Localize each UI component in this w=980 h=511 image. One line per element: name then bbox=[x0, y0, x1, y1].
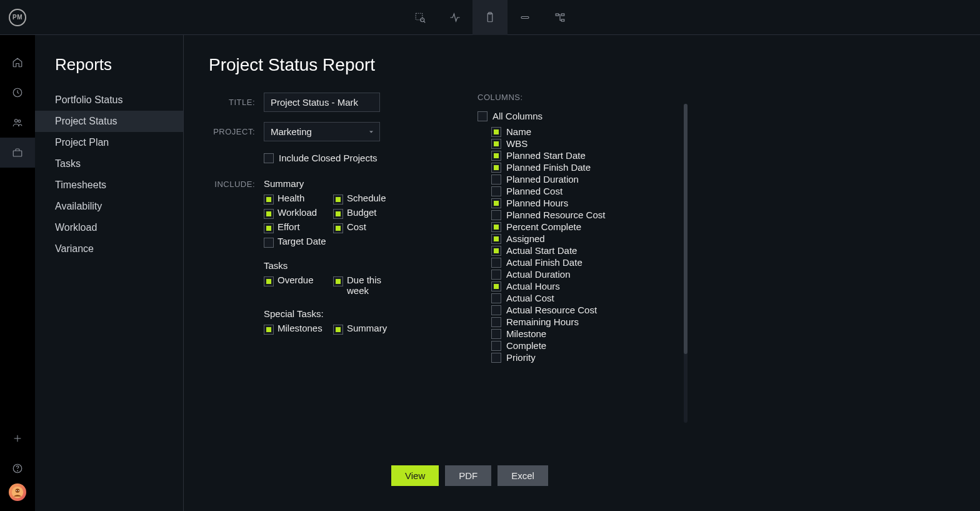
report-item-variance[interactable]: Variance bbox=[35, 238, 183, 260]
avatar[interactable] bbox=[9, 483, 26, 501]
excel-button[interactable]: Excel bbox=[498, 465, 548, 486]
column-checkbox-milestone[interactable] bbox=[491, 329, 501, 339]
column-checkbox-planned-cost[interactable] bbox=[491, 186, 501, 196]
column-checkbox-planned-start-date[interactable] bbox=[491, 151, 501, 161]
summary-label: Health bbox=[278, 193, 304, 203]
special-checkbox-milestones[interactable] bbox=[264, 325, 274, 335]
svg-rect-6 bbox=[556, 14, 559, 16]
column-label: Planned Cost bbox=[506, 186, 562, 196]
column-label: Actual Hours bbox=[506, 281, 560, 291]
reports-icon[interactable] bbox=[472, 0, 508, 35]
column-label: Name bbox=[506, 126, 531, 137]
column-label: Actual Start Date bbox=[506, 245, 577, 256]
column-checkbox-actual-duration[interactable] bbox=[491, 270, 501, 280]
column-label: Priority bbox=[506, 352, 536, 363]
column-checkbox-actual-finish-date[interactable] bbox=[491, 258, 501, 268]
tasks-checkbox-due-this-week[interactable] bbox=[333, 276, 343, 286]
svg-point-10 bbox=[15, 119, 18, 123]
help-icon[interactable] bbox=[0, 453, 35, 483]
home-icon[interactable] bbox=[0, 48, 35, 78]
report-item-workload[interactable]: Workload bbox=[35, 217, 183, 238]
column-checkbox-complete[interactable] bbox=[491, 341, 501, 351]
special-checkbox-summary[interactable] bbox=[333, 325, 343, 335]
add-icon[interactable] bbox=[0, 423, 35, 453]
summary-checkbox-workload[interactable] bbox=[264, 209, 274, 219]
topbar-tabs bbox=[35, 0, 945, 35]
logo: PM bbox=[0, 9, 35, 26]
column-label: Remaining Hours bbox=[506, 316, 579, 327]
tasks-label: Overdue bbox=[278, 275, 314, 285]
summary-checkbox-health[interactable] bbox=[264, 195, 274, 205]
view-button[interactable]: View bbox=[391, 465, 439, 486]
summary-checkbox-target-date[interactable] bbox=[264, 238, 274, 248]
column-label: Planned Start Date bbox=[506, 150, 586, 161]
summary-checkbox-effort[interactable] bbox=[264, 223, 274, 233]
report-item-timesheets[interactable]: Timesheets bbox=[35, 175, 183, 196]
scrollbar[interactable] bbox=[684, 104, 688, 423]
column-checkbox-name[interactable] bbox=[491, 127, 501, 137]
column-checkbox-remaining-hours[interactable] bbox=[491, 317, 501, 327]
project-label: PROJECT: bbox=[209, 127, 264, 136]
summary-checkbox-cost[interactable] bbox=[333, 223, 343, 233]
link-icon[interactable] bbox=[508, 0, 542, 35]
column-label: Percent Complete bbox=[506, 221, 581, 232]
tasks-heading: Tasks bbox=[264, 260, 396, 271]
column-checkbox-planned-resource-cost[interactable] bbox=[491, 210, 501, 220]
column-checkbox-planned-duration[interactable] bbox=[491, 175, 501, 185]
summary-checkbox-schedule[interactable] bbox=[333, 195, 343, 205]
flow-icon[interactable] bbox=[542, 0, 578, 35]
column-checkbox-assigned[interactable] bbox=[491, 234, 501, 244]
topbar: PM bbox=[0, 0, 980, 35]
column-checkbox-planned-hours[interactable] bbox=[491, 198, 501, 208]
report-item-project-status[interactable]: Project Status bbox=[35, 111, 183, 132]
time-icon[interactable] bbox=[0, 78, 35, 108]
include-closed-checkbox[interactable] bbox=[264, 153, 274, 163]
summary-checkbox-budget[interactable] bbox=[333, 209, 343, 219]
column-checkbox-actual-start-date[interactable] bbox=[491, 246, 501, 256]
overview-icon[interactable] bbox=[402, 0, 438, 35]
report-item-project-plan[interactable]: Project Plan bbox=[35, 132, 183, 153]
column-checkbox-planned-finish-date[interactable] bbox=[491, 163, 501, 173]
briefcase-icon[interactable] bbox=[0, 138, 35, 168]
svg-point-19 bbox=[16, 490, 18, 492]
main: Project Status Report TITLE: PROJECT: bbox=[184, 35, 980, 511]
summary-label: Schedule bbox=[347, 193, 386, 203]
sidebar: Reports Portfolio StatusProject StatusPr… bbox=[35, 35, 184, 511]
summary-label: Workload bbox=[278, 207, 317, 218]
column-checkbox-actual-hours[interactable] bbox=[491, 281, 501, 291]
include-closed-label: Include Closed Projects bbox=[279, 153, 378, 163]
summary-label: Cost bbox=[347, 221, 366, 232]
column-label: Planned Resource Cost bbox=[506, 210, 605, 220]
activity-icon[interactable] bbox=[438, 0, 472, 35]
special-label: Milestones bbox=[278, 323, 322, 333]
column-label: Planned Finish Date bbox=[506, 162, 591, 173]
report-item-tasks[interactable]: Tasks bbox=[35, 153, 183, 175]
column-checkbox-percent-complete[interactable] bbox=[491, 222, 501, 232]
report-item-availability[interactable]: Availability bbox=[35, 196, 183, 217]
tasks-checkbox-overdue[interactable] bbox=[264, 276, 274, 286]
column-checkbox-wbs[interactable] bbox=[491, 139, 501, 149]
svg-rect-12 bbox=[13, 151, 22, 156]
column-checkbox-priority[interactable] bbox=[491, 353, 501, 363]
title-input[interactable] bbox=[264, 93, 380, 112]
column-label: Planned Hours bbox=[506, 198, 568, 208]
column-label: WBS bbox=[506, 138, 528, 149]
columns-label: COLUMNS: bbox=[478, 93, 678, 102]
title-label: TITLE: bbox=[209, 98, 264, 107]
svg-point-20 bbox=[18, 490, 19, 492]
project-select[interactable] bbox=[264, 122, 380, 141]
column-label: Actual Duration bbox=[506, 269, 571, 280]
column-label: Actual Finish Date bbox=[506, 257, 582, 268]
column-label: Planned Duration bbox=[506, 174, 579, 185]
summary-heading: Summary bbox=[264, 178, 396, 189]
report-item-portfolio-status[interactable]: Portfolio Status bbox=[35, 89, 183, 111]
column-checkbox-actual-cost[interactable] bbox=[491, 293, 501, 303]
logo-badge: PM bbox=[9, 9, 26, 26]
summary-label: Effort bbox=[278, 221, 300, 232]
tasks-label: Due this week bbox=[347, 275, 396, 296]
team-icon[interactable] bbox=[0, 108, 35, 138]
svg-rect-0 bbox=[416, 13, 422, 20]
column-checkbox-actual-resource-cost[interactable] bbox=[491, 305, 501, 315]
all-columns-checkbox[interactable] bbox=[478, 111, 488, 121]
pdf-button[interactable]: PDF bbox=[445, 465, 491, 486]
